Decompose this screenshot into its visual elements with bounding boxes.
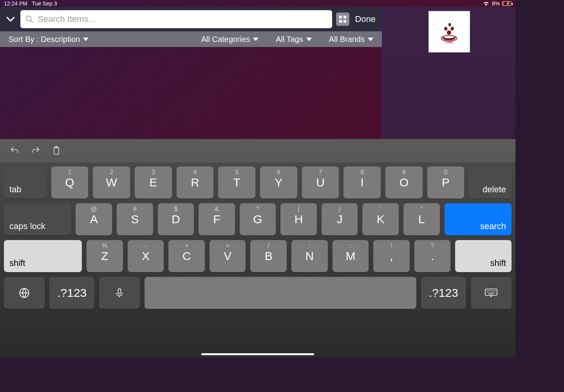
brand-logo[interactable]: Coffee [428,11,470,52]
dropdown-icon [368,38,373,41]
chevron-down-icon [5,14,16,24]
key-f[interactable]: &F [199,203,235,235]
key-u[interactable]: 7U [302,166,339,199]
key-search[interactable]: search [445,203,512,235]
key-k[interactable]: 'K [362,203,399,235]
key-y[interactable]: 6Y [260,166,297,199]
search-icon [25,15,34,23]
dropdown-icon [253,38,258,41]
search-field-wrap[interactable] [20,10,332,28]
key-shift-left[interactable]: shift [4,240,82,272]
key-i[interactable]: 8I [343,166,381,199]
brand-filter[interactable]: All Brands [320,35,382,44]
dropdown-icon [306,38,312,41]
key-.[interactable]: ?. [414,240,451,272]
battery-icon: ⚡ [502,1,512,6]
key-d[interactable]: $D [158,203,194,235]
key-e[interactable]: 3E [135,166,172,199]
key-h[interactable]: (H [280,203,317,235]
key-r[interactable]: 4R [177,166,214,199]
key-tab[interactable]: tab [4,166,47,199]
key-numsym-left[interactable]: .?123 [49,277,95,309]
search-header: Done [0,7,382,31]
key-j[interactable]: )J [322,203,358,235]
sort-label: Sort By : Description [9,35,80,44]
key-x[interactable]: -X [128,240,164,272]
key-space[interactable] [145,277,416,309]
expand-toggle[interactable] [5,13,16,25]
grid-icon [339,15,347,23]
key-a[interactable]: @A [76,203,112,235]
layout-toggle-button[interactable] [336,13,349,26]
key-m[interactable]: :M [333,240,369,272]
tag-filter[interactable]: All Tags [267,35,320,44]
key-hide-keyboard[interactable] [471,277,512,309]
status-time: 12:24 PM [4,0,27,7]
clipboard-icon[interactable] [52,146,61,155]
key-w[interactable]: 2W [93,166,130,199]
search-input[interactable] [38,14,327,24]
key-g[interactable]: *G [240,203,276,235]
sort-filter[interactable]: Sort By : Description [0,35,97,44]
key-z[interactable]: %Z [87,240,123,272]
battery-percent: 8% [492,0,500,7]
key-v[interactable]: =V [210,240,246,272]
key-s[interactable]: #S [117,203,153,235]
dropdown-icon [83,38,89,41]
category-label: All Categories [201,35,250,44]
key-b[interactable]: /B [250,240,287,272]
key-shift-right[interactable]: shift [455,240,512,272]
key-l[interactable]: "L [403,203,440,235]
key-capslock[interactable]: caps lock [4,203,71,235]
done-button[interactable]: Done [353,14,377,24]
key-globe[interactable] [4,277,45,309]
wifi-icon [483,0,490,7]
category-filter[interactable]: All Categories [193,35,268,44]
key-p[interactable]: 0P [427,166,465,199]
logo-caption: Coffee [445,40,453,44]
key-delete[interactable]: delete [469,166,512,199]
undo-icon[interactable] [9,146,20,156]
status-bar: 12:24 PM Tue Sep 3 8% ⚡ [0,0,515,7]
key-n[interactable]: ;N [291,240,328,272]
key-numsym-right[interactable]: .?123 [421,277,466,309]
key-,[interactable]: !, [373,240,410,272]
onscreen-keyboard: tab1Q2W3E4R5T6Y7U8I9O0Pdelete caps lock@… [0,139,515,358]
brand-label: All Brands [329,35,365,44]
home-indicator[interactable] [201,353,314,355]
tag-label: All Tags [276,35,303,44]
redo-icon[interactable] [31,146,41,156]
key-c[interactable]: +C [168,240,205,272]
key-t[interactable]: 5T [218,166,255,199]
status-date: Tue Sep 3 [32,0,57,7]
key-o[interactable]: 9O [385,166,423,199]
key-mic[interactable] [99,277,140,309]
key-q[interactable]: 1Q [51,166,89,199]
filter-bar: Sort By : Description All Categories All… [0,31,382,47]
